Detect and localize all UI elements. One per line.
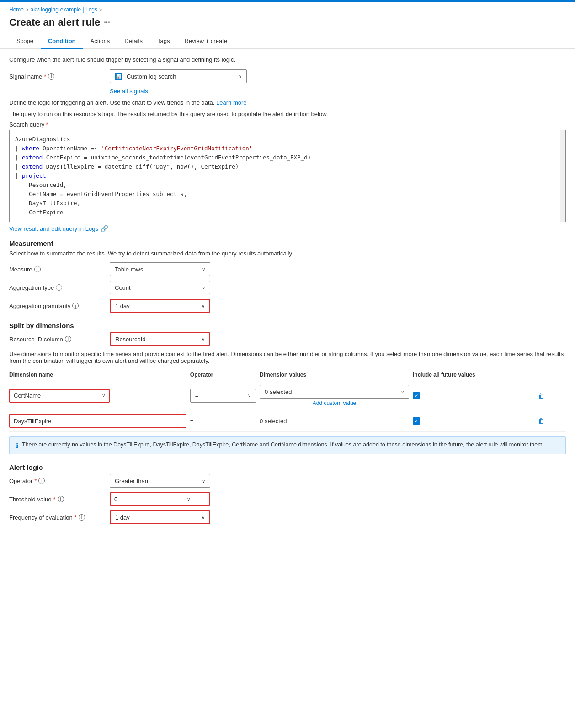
threshold-input-combo[interactable]: ∨ [110,492,210,506]
see-all-signals-container: See all signals [110,88,566,95]
signal-name-value: Custom log search [127,73,176,80]
tab-actions[interactable]: Actions [83,34,117,49]
measure-chevron-icon: ∨ [202,267,205,272]
frequency-row: Frequency of evaluation * i 1 day ∨ [9,510,566,524]
operator-value: Greater than [115,478,148,484]
agg-type-chevron-icon: ∨ [202,285,205,290]
resource-id-label: Resource ID column i [9,336,110,343]
frequency-chevron-icon: ∨ [202,515,205,520]
dimensions-table: Dimension name Operator Dimension values… [9,369,566,432]
query-editor[interactable]: AzureDiagnostics | where OperationName =… [9,130,566,222]
breadcrumb-resource[interactable]: akv-logging-example | Logs [30,6,97,13]
tab-condition[interactable]: Condition [41,34,83,49]
page-title: Create an alert rule [9,16,100,28]
signal-name-label: Signal name * i [9,73,110,80]
table-row: CertName ∨ = ∨ 0 selected ∨ [9,381,566,410]
tab-tags[interactable]: Tags [150,34,177,49]
view-result-link-container: View result and edit query in Logs 🔗 [9,225,566,232]
agg-granularity-select[interactable]: 1 day ∨ [110,299,210,313]
measure-row: Measure i Table rows ∨ [9,262,566,276]
signal-name-select[interactable]: 📊 Custom log search ∨ [110,69,247,83]
alert-logic-section: Alert logic Operator * i Greater than ∨ … [9,463,566,524]
dim-val-select-1[interactable]: 0 selected ∨ [260,385,409,399]
breadcrumb-sep2: > [99,7,102,12]
measurement-title: Measurement [9,239,566,247]
see-all-signals-link[interactable]: See all signals [110,88,148,95]
threshold-info-icon[interactable]: i [58,496,64,502]
learn-more-link2[interactable]: Learn more [216,99,246,106]
operator-chevron-icon: ∨ [202,478,205,484]
dim-op-value-1: = [195,392,199,399]
agg-type-row: Aggregation type i Count ∨ [9,281,566,294]
dim-col-del-header [538,369,566,381]
dim-name-chevron-1: ∨ [102,393,105,398]
dim-future-cell-2: ✓ [413,410,538,432]
measure-info-icon[interactable]: i [34,266,41,272]
resource-id-select[interactable]: ResourceId ∨ [110,332,210,346]
dim-col-op-header: Operator [190,369,260,381]
dim-future-cell-1: ✓ [413,381,538,410]
dim-name-cell-2: DaysTillExpire [9,410,190,432]
resource-id-info-icon[interactable]: i [65,336,71,342]
measure-select[interactable]: Table rows ∨ [110,262,210,276]
threshold-combo-chevron[interactable]: ∨ [184,493,193,505]
operator-label: Operator * i [9,478,110,484]
resource-id-row: Resource ID column i ResourceId ∨ [9,332,566,346]
query-desc: The query to run on this resource's logs… [9,111,566,117]
signal-required: * [44,73,46,80]
frequency-select[interactable]: 1 day ∨ [110,510,210,524]
breadcrumb-home[interactable]: Home [9,6,24,13]
dim-val-cell-1: 0 selected ∨ Add custom value [260,381,413,410]
dim-col-name-header: Dimension name [9,369,190,381]
page-options-button[interactable]: ··· [104,18,110,27]
dim-name-value-1: CertName [14,392,41,399]
dim-val-value-2: 0 selected [260,418,287,425]
tab-review-create[interactable]: Review + create [177,34,234,49]
agg-granularity-chevron-icon: ∨ [202,303,205,308]
dim-val-value-1: 0 selected [265,388,292,395]
info-circle-icon: ℹ [16,442,18,449]
query-line-9: CertExpire [15,208,560,217]
split-section: Split by dimensions Resource ID column i… [9,322,566,454]
tab-scope[interactable]: Scope [9,34,41,49]
dim-name-select-1[interactable]: CertName ∨ [9,389,110,403]
delete-dim-button-1[interactable]: 🗑 [538,392,544,399]
dim-val-cell-2: 0 selected [260,410,413,432]
dim-del-cell-1: 🗑 [538,381,566,410]
operator-info-icon[interactable]: i [38,478,45,484]
include-future-checkbox-1[interactable]: ✓ [413,392,420,399]
agg-granularity-info-icon[interactable]: i [72,303,79,309]
measurement-section: Measurement Select how to summarize the … [9,239,566,313]
view-result-link[interactable]: View result and edit query in Logs [9,225,98,232]
dim-name-input-2[interactable]: DaysTillExpire [9,414,186,428]
threshold-input[interactable] [111,493,184,505]
table-row: DaysTillExpire = 0 selected ✓ 🗑 [9,410,566,432]
agg-granularity-row: Aggregation granularity i 1 day ∨ [9,299,566,313]
query-scrollbar[interactable] [560,130,565,222]
condition-desc: Configure when the alert rule should tri… [9,56,566,63]
resource-id-value: ResourceId [115,336,145,343]
dim-name-value-2: DaysTillExpire [14,418,52,425]
measure-label: Measure i [9,266,110,273]
threshold-required: * [53,496,56,503]
page-title-bar: Create an alert rule ··· [0,15,575,34]
dim-op-select-1[interactable]: = ∨ [190,389,256,403]
agg-granularity-label: Aggregation granularity i [9,303,110,309]
signal-info-icon[interactable]: i [48,73,54,80]
breadcrumb-sep1: > [26,7,28,12]
include-future-checkbox-2[interactable]: ✓ [413,417,420,425]
tabs-container: Scope Condition Actions Details Tags Rev… [0,34,575,49]
query-line-5: | project [15,171,560,181]
add-custom-value-link-1[interactable]: Add custom value [260,400,409,406]
threshold-row: Threshold value * i ∨ [9,492,566,506]
agg-type-label: Aggregation type i [9,284,110,291]
operator-select[interactable]: Greater than ∨ [110,474,210,488]
agg-type-select[interactable]: Count ∨ [110,281,210,294]
delete-dim-button-2[interactable]: 🗑 [538,417,544,425]
agg-type-info-icon[interactable]: i [56,284,62,291]
frequency-info-icon[interactable]: i [79,514,85,521]
define-logic-line: Define the logic for triggering an alert… [9,99,566,106]
tab-details[interactable]: Details [117,34,150,49]
frequency-required: * [75,514,77,521]
dim-op-value-2: = [190,418,194,425]
